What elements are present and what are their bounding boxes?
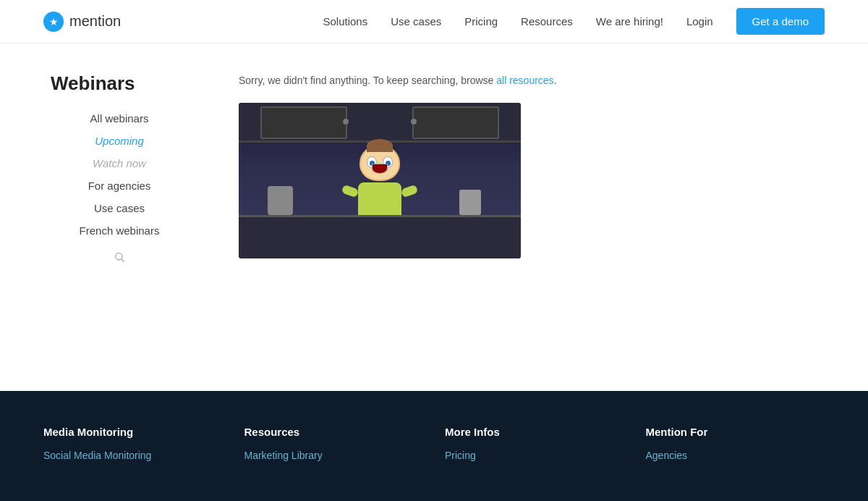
morty-arm-right	[401, 185, 419, 198]
nav-hiring[interactable]: We are hiring!	[596, 15, 663, 28]
footer-col-mention-for: Mention For Agencies	[646, 426, 825, 468]
no-results-message: Sorry, we didn't find anything. To keep …	[239, 72, 817, 88]
footer-col-title-more-infos: More Infos	[445, 426, 624, 438]
logo[interactable]: ★ mention	[43, 12, 121, 32]
morty-mouth	[372, 164, 388, 174]
pot-left	[268, 186, 293, 215]
footer-link-pricing[interactable]: Pricing	[445, 450, 624, 461]
morty-body	[358, 182, 401, 219]
main-nav: Solutions Use cases Pricing Resources We…	[323, 8, 825, 35]
cabinet-door-left	[260, 106, 347, 139]
search-icon[interactable]	[114, 251, 125, 266]
main-content: Sorry, we didn't find anything. To keep …	[210, 72, 817, 362]
footer-link-agencies[interactable]: Agencies	[646, 450, 825, 461]
footer-grid: Media Monitoring Social Media Monitoring…	[43, 426, 825, 468]
logo-star-icon: ★	[43, 12, 64, 32]
nav-use-cases[interactable]: Use cases	[391, 15, 441, 28]
sidebar-item-for-agencies[interactable]: For agencies	[88, 180, 151, 192]
kitchen-counter	[239, 215, 521, 258]
footer-link-social-media-monitoring[interactable]: Social Media Monitoring	[43, 450, 223, 461]
nav-solutions[interactable]: Solutions	[323, 15, 367, 28]
nav-resources[interactable]: Resources	[521, 15, 573, 28]
pot-right	[459, 190, 481, 215]
nav-pricing[interactable]: Pricing	[464, 15, 498, 28]
cabinet-door-right	[412, 106, 499, 139]
morty-arm-left	[341, 185, 359, 198]
footer-col-title-mention-for: Mention For	[646, 426, 825, 438]
sidebar-item-french-webinars[interactable]: French webinars	[80, 224, 160, 237]
sidebar-item-upcoming[interactable]: Upcoming	[95, 135, 144, 147]
sidebar: Webinars All webinars Upcoming Watch now…	[51, 72, 210, 362]
footer-col-title-resources: Resources	[244, 426, 424, 438]
all-resources-link[interactable]: all resources	[496, 75, 553, 86]
nav-get-demo-button[interactable]: Get a demo	[736, 8, 825, 35]
footer-col-resources: Resources Marketing Library	[244, 426, 424, 468]
morty-head	[359, 145, 400, 181]
morty-scene	[239, 103, 521, 258]
nav-login[interactable]: Login	[686, 15, 713, 28]
footer-link-marketing-library[interactable]: Marketing Library	[244, 450, 424, 461]
logo-text: mention	[69, 13, 121, 30]
cabinet-top	[239, 103, 521, 143]
morty-image	[239, 103, 521, 258]
svg-point-0	[116, 253, 122, 260]
svg-line-1	[122, 259, 124, 262]
morty-hair	[367, 139, 393, 152]
cabinet-knob-left	[343, 119, 349, 125]
sidebar-item-use-cases[interactable]: Use cases	[94, 202, 145, 214]
sidebar-item-all-webinars[interactable]: All webinars	[90, 112, 149, 125]
sidebar-nav: All webinars Upcoming Watch now For agen…	[51, 112, 188, 266]
morty-character	[358, 145, 401, 219]
sidebar-title: Webinars	[51, 72, 188, 95]
footer-col-media-monitoring: Media Monitoring Social Media Monitoring	[43, 426, 223, 468]
sidebar-item-watch-now[interactable]: Watch now	[93, 157, 146, 169]
footer: Media Monitoring Social Media Monitoring…	[0, 391, 868, 501]
footer-col-title-media: Media Monitoring	[43, 426, 223, 438]
footer-col-more-infos: More Infos Pricing	[445, 426, 624, 468]
